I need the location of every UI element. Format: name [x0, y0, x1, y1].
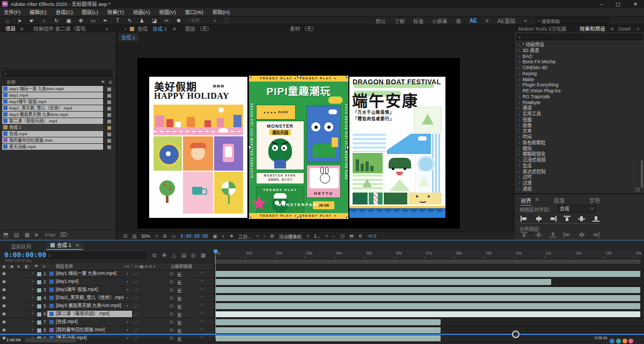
viewer-comp-tab[interactable]: 合成 1 [118, 33, 138, 41]
effects-category-row[interactable]: ›透视 [514, 186, 641, 192]
flowchart-jump-icon[interactable]: ⚙ [358, 233, 363, 239]
eye-icon[interactable]: ◉ [2, 295, 6, 300]
effects-category-row[interactable]: ›杂色和颗粒 [514, 140, 641, 146]
disclosure-icon[interactable]: › [518, 170, 520, 174]
exposure-value[interactable]: +0.0 [367, 233, 376, 239]
layer-duration-lane[interactable] [216, 271, 640, 277]
menu-item[interactable]: 文件(F) [4, 8, 20, 16]
menu-item[interactable]: 窗口(W) [185, 8, 203, 16]
recording-progress-bar[interactable] [0, 334, 644, 335]
quality-toggle-icon[interactable]: ▪ [127, 295, 128, 300]
work-area-bar[interactable] [215, 260, 640, 264]
resolution-select[interactable]: 二分... [238, 233, 251, 239]
align-left-button[interactable] [521, 216, 528, 222]
layer-duration-bar[interactable] [216, 319, 441, 325]
disclosure-icon[interactable]: › [518, 118, 520, 122]
tool-icon[interactable]: ✒ [100, 17, 111, 25]
disclosure-icon[interactable]: › [518, 129, 520, 134]
draft-3d-icon[interactable]: ❋ [162, 252, 166, 258]
project-file-row[interactable]: day1 嗨玩一夏 九鱼Ann.mp4 [1, 86, 115, 92]
tool-icon[interactable]: ⌕ [39, 17, 49, 25]
layer-duration-bar[interactable] [216, 335, 441, 341]
menu-item[interactable]: 效果(T) [107, 8, 124, 16]
tool-icon[interactable]: ▭ [87, 17, 98, 25]
layer-color-swatch[interactable] [36, 288, 42, 293]
eye-icon[interactable]: ◉ [2, 327, 6, 332]
effects-category-row[interactable]: ›Rowbyte [514, 100, 641, 106]
axis-mode-icon[interactable]: ⌖ [214, 17, 217, 25]
selection-handle[interactable] [297, 217, 301, 219]
parent-pickwhip-icon[interactable]: ◎ [170, 271, 173, 276]
layer-duration-lane[interactable] [216, 335, 640, 341]
eye-icon[interactable]: ◉ [2, 311, 6, 316]
layer-name[interactable]: [day1端午 饭饭.mp4] [56, 287, 123, 293]
layer-duration-lane[interactable] [216, 303, 640, 309]
workspace-menu-icon[interactable]: ≡ [486, 18, 489, 24]
menu-item[interactable]: 图层(L) [82, 8, 98, 16]
disclosure-icon[interactable]: › [518, 89, 520, 93]
tab-footage[interactable]: 素材 （无） [290, 25, 317, 32]
composition-canvas[interactable]: 美好假期 »»» HAPPY HOLIDAY [137, 58, 460, 229]
magnification-icon[interactable]: ▥ [132, 233, 136, 239]
effects-category-row[interactable]: ›RE:Vision Plug-ins [514, 88, 641, 94]
tab-layer[interactable]: 图层 （无） [185, 25, 212, 32]
new-comp-icon[interactable]: ▦ [25, 230, 30, 240]
tool-icon[interactable]: ✥ [76, 17, 86, 25]
view-layout-caret-icon[interactable]: ˅ [325, 233, 328, 239]
disclosure-icon[interactable]: › [518, 181, 520, 186]
effects-category-row[interactable]: ›过渡 [514, 180, 641, 186]
parent-pickwhip-icon[interactable]: ◎ [170, 303, 173, 308]
distribute-top-button[interactable] [521, 232, 528, 238]
effects-category-row[interactable]: ›通道 [514, 105, 641, 111]
tab-composition-label[interactable]: 合成 [137, 25, 148, 32]
lock-column-icon[interactable]: ◧ [25, 264, 29, 270]
file-label-box[interactable] [107, 87, 112, 92]
project-file-row[interactable]: 夏天动画.mp4 [1, 144, 115, 150]
eye-icon[interactable]: ◉ [2, 287, 6, 292]
quality-toggle-icon[interactable]: ▪ [127, 271, 128, 276]
layer-row[interactable]: ◉ › 9 [夏天动画.mp4] ▪ ／ ◎ 无 ˅ [0, 334, 644, 342]
layer-duration-lane[interactable] [216, 319, 640, 325]
effects-category-row[interactable]: ›CINEMA 4D [514, 65, 641, 71]
camera-caret-icon[interactable]: ˅ [306, 233, 309, 239]
distribute-bottom-button[interactable] [550, 232, 557, 238]
layer-name[interactable]: [Day2_黑天鹅_雪儿（优秀）.mp4] [56, 295, 123, 301]
align-right-button[interactable] [550, 216, 557, 222]
selection-handle[interactable] [346, 217, 348, 219]
layer-color-swatch[interactable] [36, 272, 42, 277]
project-file-row[interactable]: day1.mp4 [1, 92, 115, 99]
file-label-box[interactable] [107, 132, 112, 137]
solo-column-icon[interactable]: ● [17, 264, 20, 270]
tool-icon[interactable]: ⌂ [2, 17, 13, 25]
layer-color-swatch[interactable] [36, 320, 42, 325]
project-file-row[interactable]: 合成.mp4 [1, 131, 115, 137]
disclosure-icon[interactable]: › [518, 158, 520, 163]
effects-category-row[interactable]: ›过时 [514, 174, 641, 180]
expand-chevron-icon[interactable]: › [32, 303, 33, 308]
layer-name[interactable]: [day3 邂逅黑天鹅 九鱼Ann.mp4] [56, 303, 123, 309]
layer-duration-bar[interactable] [216, 271, 640, 277]
quality-toggle-icon[interactable]: ▪ [127, 311, 128, 316]
expand-chevron-icon[interactable]: › [32, 279, 33, 284]
maximize-button[interactable]: ▢ [616, 0, 620, 8]
layer-name[interactable]: [第二课（葡萄乐园）.mp4] [47, 311, 132, 317]
tab-character[interactable]: 字符 [589, 196, 600, 204]
file-label-box[interactable] [107, 106, 112, 111]
file-label-box[interactable] [107, 119, 112, 124]
transparency-grid-icon[interactable]: ⊠ [270, 233, 274, 239]
tool-icon[interactable]: ♟ [137, 17, 148, 25]
recording-progress-knob[interactable] [512, 331, 519, 338]
selection-handle[interactable] [249, 145, 251, 149]
eye-icon[interactable]: ◉ [2, 335, 6, 340]
effects-category-row[interactable]: ›Boris FX Mocha [514, 59, 641, 65]
align-top-button[interactable] [564, 216, 570, 222]
disclosure-icon[interactable]: › [518, 175, 520, 180]
parent-caret-icon[interactable]: ˅ [201, 271, 203, 275]
disclosure-icon[interactable]: › [518, 123, 520, 128]
effects-toggle-icon[interactable]: ／ [134, 311, 138, 317]
label-column-icon[interactable]: ⚑ [34, 264, 38, 270]
effects-toggle-icon[interactable]: ／ [134, 303, 138, 309]
disclosure-icon[interactable]: › [518, 77, 520, 82]
effects-scrollbar[interactable] [641, 160, 643, 188]
expand-chevron-icon[interactable]: › [32, 319, 33, 324]
